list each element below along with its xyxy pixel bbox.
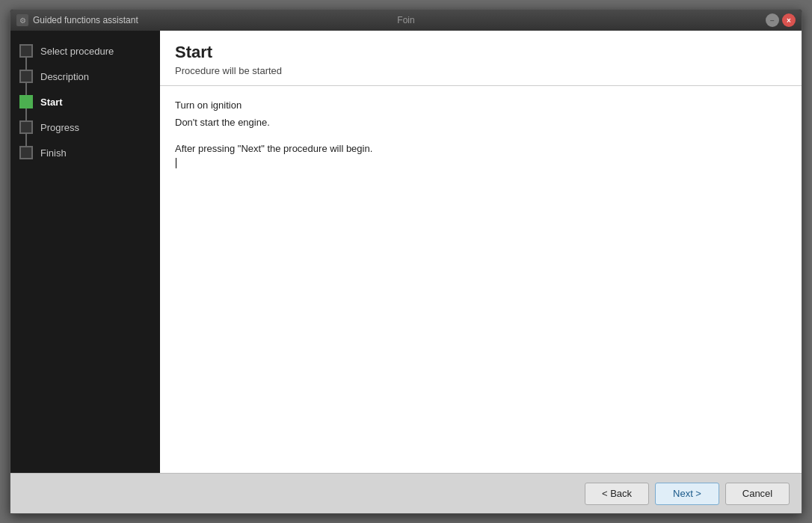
window-body: Select procedure Description Start Progr… — [10, 31, 802, 513]
step-icon-progress — [19, 120, 33, 134]
sidebar-item-progress[interactable]: Progress — [10, 114, 160, 140]
step-icon-description — [19, 70, 33, 83]
minimize-button[interactable]: − — [766, 13, 779, 27]
body-line-2: Don't start the engine. — [175, 115, 787, 131]
main-content: Select procedure Description Start Progr… — [10, 31, 802, 473]
footer: < Back Next > Cancel — [10, 473, 802, 513]
content-header: Start Procedure will be started — [160, 31, 802, 86]
body-spacer — [175, 132, 787, 141]
sidebar-label-select-procedure: Select procedure — [40, 46, 114, 57]
sidebar-item-select-procedure[interactable]: Select procedure — [10, 38, 160, 64]
title-center-text: Foin — [397, 15, 414, 25]
main-window: ⚙ Guided functions assistant Foin − × Se… — [10, 9, 802, 514]
sidebar-item-finish[interactable]: Finish — [10, 140, 160, 165]
cancel-button[interactable]: Cancel — [725, 483, 790, 505]
sidebar-item-start[interactable]: Start — [10, 89, 160, 114]
body-line-1: Turn on ignition — [175, 98, 787, 114]
content-subtitle: Procedure will be started — [175, 65, 787, 76]
step-icon-select-procedure — [19, 44, 33, 58]
content-title: Start — [175, 43, 787, 62]
sidebar-label-finish: Finish — [40, 147, 67, 159]
close-button[interactable]: × — [782, 13, 796, 27]
step-icon-start — [19, 95, 33, 108]
window-icon: ⚙ — [16, 14, 28, 26]
title-bar: ⚙ Guided functions assistant Foin − × — [10, 10, 802, 31]
body-line-3: After pressing "Next" the procedure will… — [175, 141, 787, 157]
content-panel: Start Procedure will be started Turn on … — [160, 31, 802, 473]
next-button[interactable]: Next > — [655, 483, 719, 505]
sidebar-label-progress: Progress — [40, 122, 79, 133]
sidebar: Select procedure Description Start Progr… — [10, 31, 160, 473]
text-cursor — [176, 158, 176, 168]
step-icon-finish — [19, 146, 33, 159]
sidebar-item-description[interactable]: Description — [10, 64, 160, 89]
title-bar-controls: − × — [766, 13, 796, 27]
back-button[interactable]: < Back — [585, 483, 649, 505]
content-body: Turn on ignition Don't start the engine.… — [160, 86, 802, 473]
sidebar-label-description: Description — [40, 71, 89, 82]
sidebar-label-start: Start — [40, 97, 63, 108]
body-cursor-line — [175, 158, 787, 168]
